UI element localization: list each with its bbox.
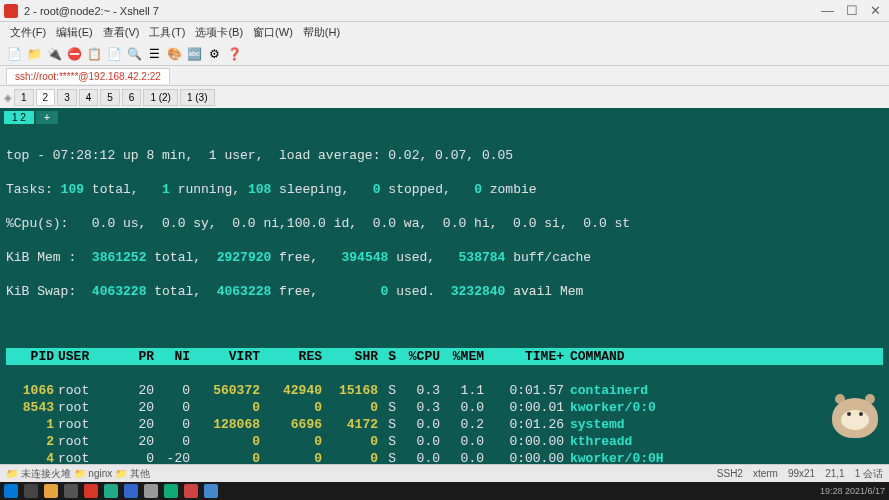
open-icon[interactable]: 📁 — [26, 46, 42, 62]
session-tab-1b[interactable]: 1 (2) — [143, 89, 178, 106]
task-item[interactable] — [184, 484, 198, 498]
paste-icon[interactable]: 📄 — [106, 46, 122, 62]
session-tab-3[interactable]: 3 — [57, 89, 77, 106]
start-button[interactable] — [4, 484, 18, 498]
menu-icon[interactable]: ☰ — [146, 46, 162, 62]
window-titlebar: 2 - root@node2:~ - Xshell 7 — ☐ ✕ — [0, 0, 889, 22]
menu-tab[interactable]: 选项卡(B) — [191, 23, 247, 42]
task-item[interactable] — [84, 484, 98, 498]
window-title: 2 - root@node2:~ - Xshell 7 — [24, 5, 821, 17]
task-item[interactable] — [44, 484, 58, 498]
color-icon[interactable]: 🎨 — [166, 46, 182, 62]
status-folder-icon[interactable]: 📁 — [6, 468, 18, 479]
status-bar: 📁 未连接火堆 📁 nginx 📁 其他 ssh://192.168.42.2:… — [0, 464, 889, 482]
menu-edit[interactable]: 编辑(E) — [52, 23, 97, 42]
windows-taskbar: 19:28 2021/6/17 — [0, 482, 889, 500]
session-tab-2[interactable]: 2 — [36, 89, 56, 106]
task-item[interactable] — [144, 484, 158, 498]
task-item[interactable] — [204, 484, 218, 498]
minimize-button[interactable]: — — [821, 3, 834, 18]
top-loadavg: load average: 0.02, 0.07, 0.05 — [279, 148, 513, 163]
task-item[interactable] — [24, 484, 38, 498]
process-row: 2root200000S0.00.00:00.00kthreadd — [6, 433, 883, 450]
menu-bar: 文件(F) 编辑(E) 查看(V) 工具(T) 选项卡(B) 窗口(W) 帮助(… — [0, 22, 889, 42]
terminal-tabs: 1 2 + — [0, 108, 889, 126]
menu-tools[interactable]: 工具(T) — [145, 23, 189, 42]
task-item[interactable] — [164, 484, 178, 498]
reconnect-icon[interactable]: 🔌 — [46, 46, 62, 62]
task-item[interactable] — [104, 484, 118, 498]
new-icon[interactable]: 📄 — [6, 46, 22, 62]
process-table-header: PID USER PR NI VIRT RES SHR S %CPU %MEM … — [6, 348, 883, 365]
process-row: 1066root2005603724294015168S0.31.10:01.5… — [6, 382, 883, 399]
close-button[interactable]: ✕ — [870, 3, 881, 18]
session-tab-5[interactable]: 5 — [100, 89, 120, 106]
terminal-output[interactable]: top - 07:28:12 up 8 min, 1 user, load av… — [0, 126, 889, 476]
toolbar: 📄 📁 🔌 ⛔ 📋 📄 🔍 ☰ 🎨 🔤 ⚙ ❓ — [0, 42, 889, 66]
search-icon[interactable]: 🔍 — [126, 46, 142, 62]
mascot-icon — [827, 390, 883, 446]
task-item[interactable] — [124, 484, 138, 498]
terminal-tab-add[interactable]: + — [36, 111, 58, 124]
process-row: 8543root200000S0.30.00:00.01kworker/0:0 — [6, 399, 883, 416]
taskbar-clock[interactable]: 19:28 2021/6/17 — [820, 486, 885, 496]
session-tab-1c[interactable]: 1 (3) — [180, 89, 215, 106]
copy-icon[interactable]: 📋 — [86, 46, 102, 62]
status-folder-icon-2[interactable]: 📁 — [74, 468, 86, 479]
session-prefix: ◈ — [4, 92, 12, 103]
address-bar: ssh://root:*****@192.168.42.2:22 — [0, 66, 889, 86]
disconnect-icon[interactable]: ⛔ — [66, 46, 82, 62]
process-list: 1066root2005603724294015168S0.31.10:01.5… — [6, 382, 883, 476]
menu-window[interactable]: 窗口(W) — [249, 23, 297, 42]
app-icon — [4, 4, 18, 18]
task-item[interactable] — [64, 484, 78, 498]
maximize-button[interactable]: ☐ — [846, 3, 858, 18]
session-tabs: ◈ 1 2 3 4 5 6 1 (2) 1 (3) — [0, 86, 889, 108]
session-tab-1[interactable]: 1 — [14, 89, 34, 106]
menu-view[interactable]: 查看(V) — [99, 23, 144, 42]
top-cpu: %Cpu(s): 0.0 us, 0.0 sy, 0.0 ni,100.0 id… — [6, 215, 883, 232]
session-tab-6[interactable]: 6 — [122, 89, 142, 106]
session-tab-4[interactable]: 4 — [79, 89, 99, 106]
font-icon[interactable]: 🔤 — [186, 46, 202, 62]
settings-icon[interactable]: ⚙ — [206, 46, 222, 62]
address-tab[interactable]: ssh://root:*****@192.168.42.2:22 — [6, 68, 170, 84]
process-row: 1root20012806866964172S0.00.20:01.26syst… — [6, 416, 883, 433]
help-icon[interactable]: ❓ — [226, 46, 242, 62]
terminal-tab-1[interactable]: 1 2 — [4, 111, 34, 124]
menu-file[interactable]: 文件(F) — [6, 23, 50, 42]
menu-help[interactable]: 帮助(H) — [299, 23, 344, 42]
status-folder-icon-3[interactable]: 📁 — [115, 468, 127, 479]
top-time: top - 07:28:12 up 8 min, 1 user, — [6, 148, 279, 163]
